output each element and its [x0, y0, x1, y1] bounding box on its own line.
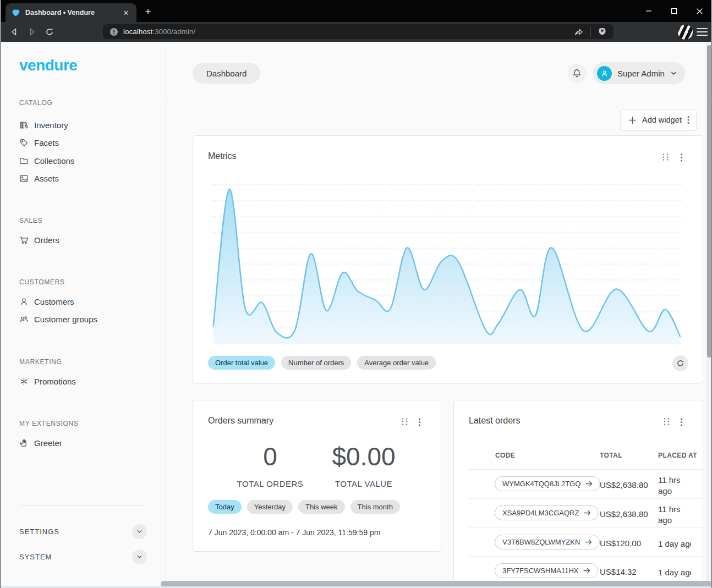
kebab-menu-icon[interactable] — [680, 417, 683, 427]
notifications-button[interactable] — [567, 64, 587, 83]
sidebar-item-assets[interactable]: Assets — [19, 172, 59, 185]
tab-close-icon[interactable]: ✕ — [121, 8, 131, 18]
order-code-link[interactable]: WYMGK4TQQ8JL2TGQ — [495, 476, 600, 491]
column-header-placed-at: PLACED AT — [658, 452, 697, 459]
browser-forward-button[interactable] — [25, 25, 39, 39]
image-icon — [19, 174, 29, 183]
plus-icon — [628, 116, 637, 124]
sidebar-item-customer-groups[interactable]: Customer groups — [19, 312, 97, 326]
sidebar-section-customers: CUSTOMERS — [19, 278, 65, 286]
table-row: WYMGK4TQQ8JL2TGQ US$2,638.80 11 hrs ago — [454, 470, 703, 498]
order-placed-at: 1 day ago — [658, 538, 691, 549]
asterisk-icon — [19, 377, 29, 386]
range-tab-yesterday[interactable]: Yesterday — [247, 500, 293, 514]
arrow-right-icon — [583, 568, 590, 574]
browser-menu-icon[interactable] — [697, 26, 708, 37]
refresh-icon — [676, 359, 684, 367]
chevron-down-icon[interactable] — [132, 549, 147, 564]
sidebar-item-promotions[interactable]: Promotions — [19, 375, 76, 388]
kebab-menu-icon[interactable] — [418, 417, 421, 427]
add-widget-label: Add widget — [642, 116, 682, 124]
drag-handle-icon[interactable] — [663, 417, 670, 426]
new-tab-button[interactable]: + — [142, 6, 154, 18]
order-total: US$120.00 — [600, 538, 641, 548]
table-row: V3T6BW8ZQLWMYZKN US$120.00 1 day ago — [454, 528, 703, 557]
order-total: US$2,638.80 — [600, 509, 648, 519]
brave-shield-icon[interactable] — [598, 27, 607, 36]
sidebar-item-inventory[interactable]: Inventory — [19, 118, 68, 131]
metrics-tab-number-of-orders[interactable]: Number of orders — [281, 356, 351, 370]
logo-mark: ’ — [77, 59, 78, 66]
site-info-icon[interactable] — [109, 28, 118, 36]
window-close-button[interactable] — [691, 4, 708, 18]
hand-icon — [19, 438, 29, 448]
order-code: XSA9PD4LM3CGAQRZ — [502, 509, 579, 517]
add-widget-button[interactable]: Add widget — [620, 109, 697, 130]
kebab-menu-icon[interactable] — [680, 153, 683, 162]
browser-back-button[interactable] — [8, 25, 21, 39]
vendure-logo[interactable]: vendure’ — [19, 57, 78, 74]
sidebar-item-greeter[interactable]: Greeter — [19, 436, 62, 449]
metrics-title: Metrics — [208, 151, 237, 161]
chevron-down-icon — [670, 70, 677, 77]
user-menu-button[interactable]: Super Admin — [593, 62, 685, 84]
arrow-right-icon — [585, 539, 592, 545]
chevron-down-icon[interactable] — [132, 524, 147, 539]
vertical-scrollbar-thumb[interactable] — [707, 45, 711, 358]
metrics-tab-average-order-value[interactable]: Average order value — [357, 356, 436, 370]
user-name: Super Admin — [617, 69, 665, 78]
orders-summary-title: Orders summary — [208, 416, 273, 426]
refresh-button[interactable] — [672, 355, 688, 371]
date-range-text: 7 Jun 2023, 0:00:00 am - 7 Jun 2023, 11:… — [208, 528, 380, 537]
sidebar-item-facets[interactable]: Facets — [19, 136, 59, 149]
sidebar-item-orders[interactable]: Orders — [19, 233, 59, 246]
sidebar-section-marketing: MARKETING — [19, 358, 62, 366]
sidebar-item-label: Assets — [34, 174, 59, 183]
arrow-right-icon — [584, 510, 591, 516]
arrow-right-icon — [585, 481, 593, 487]
sidebar-item-label: Orders — [34, 235, 59, 245]
latest-orders-widget: Latest orders CODE TOTAL PLACED AT WYMGK… — [453, 400, 703, 588]
sidebar-item-customers[interactable]: Customers — [19, 295, 74, 308]
sidebar-system-toggle[interactable]: SYSTEM — [19, 549, 147, 564]
vendure-favicon — [11, 8, 20, 18]
total-value-label: TOTAL VALUE — [320, 479, 408, 488]
order-placed-at: 1 day ago — [658, 567, 691, 578]
order-code-link[interactable]: 3FY7FSCWSHMA11HX — [495, 563, 598, 578]
bell-icon — [572, 68, 582, 79]
folder-icon — [19, 156, 29, 166]
sidebar-item-label: Promotions — [34, 377, 76, 386]
breadcrumb-dashboard[interactable]: Dashboard — [193, 63, 260, 84]
system-label: SYSTEM — [19, 553, 52, 561]
order-code-link[interactable]: XSA9PD4LM3CGAQRZ — [495, 505, 599, 520]
sidebar-settings-toggle[interactable]: SETTINGS — [19, 524, 147, 539]
sidebar-item-label: Facets — [34, 138, 59, 147]
drag-handle-icon[interactable] — [662, 153, 669, 161]
total-orders-value: 0 — [226, 442, 314, 471]
sidebar-item-label: Inventory — [34, 120, 68, 130]
url-path: :3000/admin/ — [152, 28, 195, 36]
order-total: US$14.32 — [600, 567, 637, 576]
browser-window: Dashboard • Vendure ✕ + localhost:3000/a… — [0, 0, 712, 588]
range-tab-this-month[interactable]: This month — [350, 500, 400, 514]
kebab-menu-icon[interactable] — [687, 116, 689, 124]
logo-text: vendure — [19, 57, 77, 74]
order-placed-at: 11 hrs ago — [658, 504, 690, 526]
drag-handle-icon[interactable] — [401, 417, 408, 426]
latest-orders-title: Latest orders — [469, 416, 520, 426]
browser-reload-button[interactable] — [43, 25, 56, 39]
range-tab-this-week[interactable]: This week — [298, 500, 345, 514]
sidebar-section-my-extensions: MY EXTENSIONS — [19, 420, 79, 427]
order-code-link[interactable]: V3T6BW8ZQLWMYZKN — [495, 535, 600, 549]
address-bar[interactable]: localhost:3000/admin/ — [103, 24, 614, 39]
browser-tab-dashboard[interactable]: Dashboard • Vendure ✕ — [6, 3, 136, 22]
range-tab-today[interactable]: Today — [208, 500, 242, 514]
sidebar-item-label: Collections — [34, 156, 74, 166]
sidebar-item-collections[interactable]: Collections — [19, 154, 74, 167]
window-maximize-button[interactable] — [666, 4, 682, 18]
window-minimize-button[interactable] — [640, 4, 657, 18]
share-icon[interactable] — [573, 26, 584, 37]
browser-profile-avatar[interactable] — [678, 25, 693, 40]
metrics-tab-order-total-value[interactable]: Order total value — [208, 356, 275, 370]
users-icon — [19, 315, 29, 324]
